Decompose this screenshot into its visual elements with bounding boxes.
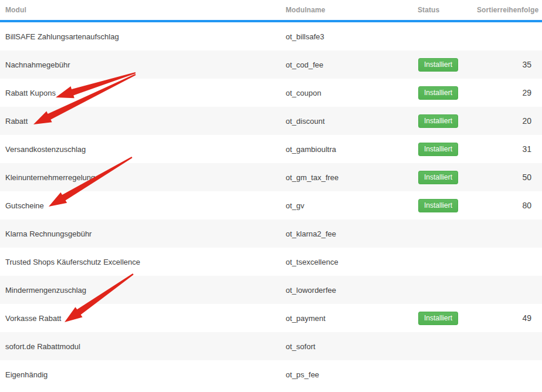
- sort-order-value: 29: [477, 88, 542, 97]
- module-name: ot_gambioultra: [286, 145, 412, 154]
- module-title: Nachnahmegebühr: [0, 60, 286, 69]
- table-row[interactable]: Vorkasse Rabatt ot_payment Installiert 4…: [0, 304, 542, 332]
- module-name: ot_cod_fee: [286, 60, 412, 69]
- module-name: ot_gm_tax_free: [286, 173, 412, 182]
- sort-order-value: 50: [477, 173, 542, 182]
- table-row[interactable]: Klarna Rechnungsgebühr ot_klarna2_fee: [0, 219, 542, 248]
- module-title: BillSAFE Zahlungsartenaufschlag: [0, 32, 286, 41]
- status-cell: Installiert: [412, 312, 477, 325]
- module-title: sofort.de Rabattmodul: [0, 342, 286, 351]
- module-name: ot_gv: [286, 201, 412, 210]
- status-cell: Installiert: [412, 143, 477, 156]
- table-row[interactable]: Rabatt Kupons ot_coupon Installiert 29: [0, 79, 542, 107]
- column-header-modul: Modul: [0, 6, 286, 14]
- module-name: ot_billsafe3: [286, 32, 412, 41]
- module-name: ot_tsexcellence: [286, 258, 412, 266]
- table-row[interactable]: Gutscheine ot_gv Installiert 80: [0, 191, 542, 219]
- module-title: Rabatt: [0, 117, 286, 126]
- module-title: Klarna Rechnungsgebühr: [0, 229, 286, 238]
- status-cell: Installiert: [412, 171, 477, 184]
- sort-order-value: 35: [477, 60, 542, 69]
- table-row[interactable]: Mindermengenzuschlag ot_loworderfee: [0, 276, 542, 304]
- status-badge: Installiert: [418, 114, 458, 128]
- table-row[interactable]: Rabatt ot_discount Installiert 20: [0, 107, 542, 135]
- status-cell: Installiert: [412, 199, 477, 212]
- table-header-row: Modul Modulname Status Sortierreihenfolg…: [0, 0, 542, 22]
- sort-order-value: 31: [477, 144, 542, 154]
- status-cell: Installiert: [412, 58, 477, 72]
- status-badge: Installiert: [418, 86, 458, 100]
- module-name: ot_klarna2_fee: [286, 229, 412, 238]
- sort-order-value: 20: [477, 116, 542, 126]
- sort-order-value: 80: [477, 201, 542, 210]
- module-title: Rabatt Kupons: [0, 89, 286, 97]
- column-header-status: Status: [412, 6, 477, 14]
- table-row[interactable]: Nachnahmegebühr ot_cod_fee Installiert 3…: [0, 50, 542, 79]
- module-title: Trusted Shops Käuferschutz Excellence: [0, 258, 286, 266]
- module-name: ot_payment: [286, 314, 412, 323]
- status-cell: Installiert: [412, 114, 477, 128]
- column-header-sortierreihenfolge: Sortierreihenfolge: [477, 6, 542, 14]
- table-row[interactable]: Trusted Shops Käuferschutz Excellence ot…: [0, 248, 542, 276]
- status-badge: Installiert: [418, 312, 458, 325]
- module-title: Vorkasse Rabatt: [0, 314, 286, 323]
- status-badge: Installiert: [418, 171, 458, 184]
- module-title: Kleinunternehmerregelung: [0, 173, 286, 182]
- module-table: Modul Modulname Status Sortierreihenfolg…: [0, 0, 542, 388]
- table-row[interactable]: Versandkostenzuschlag ot_gambioultra Ins…: [0, 135, 542, 163]
- status-badge: Installiert: [418, 143, 458, 156]
- module-name: ot_sofort: [286, 342, 412, 351]
- module-title: Gutscheine: [0, 201, 286, 210]
- table-row[interactable]: Kleinunternehmerregelung ot_gm_tax_free …: [0, 163, 542, 191]
- module-title: Mindermengenzuschlag: [0, 286, 286, 295]
- table-row[interactable]: sofort.de Rabattmodul ot_sofort: [0, 332, 542, 360]
- table-row[interactable]: BillSAFE Zahlungsartenaufschlag ot_bills…: [0, 22, 542, 50]
- module-table-body: BillSAFE Zahlungsartenaufschlag ot_bills…: [0, 22, 542, 388]
- status-cell: Installiert: [412, 86, 477, 100]
- module-name: ot_discount: [286, 117, 412, 126]
- status-badge: Installiert: [418, 199, 458, 212]
- status-badge: Installiert: [418, 58, 458, 72]
- column-header-modulname: Modulname: [286, 6, 412, 14]
- table-row[interactable]: Eigenhändig ot_ps_fee: [0, 360, 542, 388]
- module-title: Versandkostenzuschlag: [0, 145, 286, 154]
- module-title: Eigenhändig: [0, 370, 286, 379]
- module-name: ot_loworderfee: [286, 286, 412, 295]
- module-name: ot_ps_fee: [286, 370, 412, 379]
- sort-order-value: 49: [477, 313, 542, 323]
- module-name: ot_coupon: [286, 89, 412, 97]
